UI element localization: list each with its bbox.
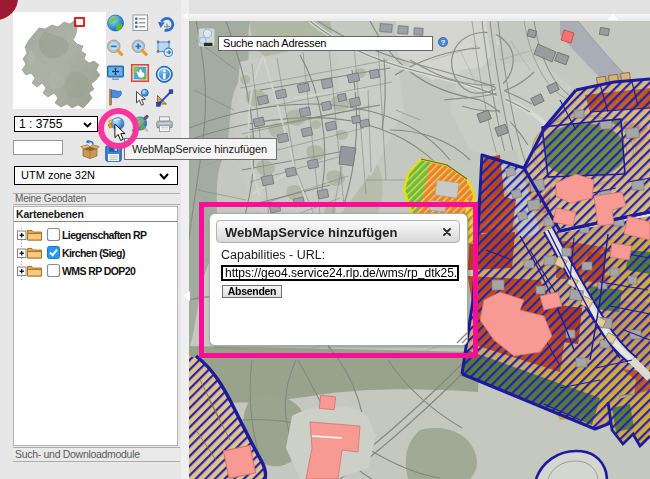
svg-text:Kirchen (Sieg): Kirchen (Sieg) [62,247,125,259]
svg-text:?: ? [441,38,446,47]
svg-text:WMS RP DOP20: WMS RP DOP20 [62,265,136,277]
svg-text:Liegenschaften RP: Liegenschaften RP [62,229,147,241]
